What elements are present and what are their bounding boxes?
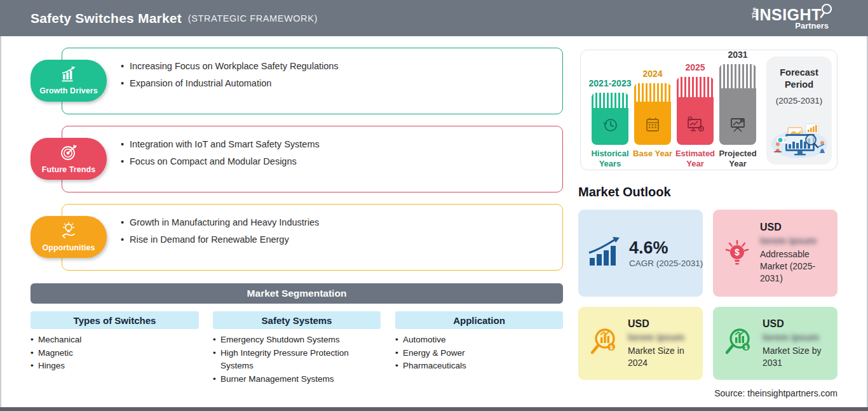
target-icon xyxy=(59,144,78,164)
bullet-item: Growth in Manufacturing and Heavy Indust… xyxy=(121,216,319,233)
bar-stripes xyxy=(719,64,756,88)
segment-list-application: Automotive Energy & Power Pharmaceutical… xyxy=(395,334,563,373)
segment-column-header-application: Application xyxy=(395,311,563,329)
future-trends-bullets: Integration with IoT and Smart Safety Sy… xyxy=(121,138,320,172)
year-label: 2024 xyxy=(642,69,662,79)
list-item: Energy & Power xyxy=(395,347,563,360)
market-segmentation-header: Market Segmentation xyxy=(31,283,563,304)
opportunities-badge: Opportunities xyxy=(31,216,107,258)
blurred-value: lorem ipsum xyxy=(760,235,831,246)
bullet-item: Integration with IoT and Smart Safety Sy… xyxy=(121,138,320,155)
bar-caption: Base Year xyxy=(630,149,675,159)
card-description: Market Size by 2031 xyxy=(763,345,831,369)
bulb-dollar-icon: $ xyxy=(722,234,752,273)
opportunities-label: Opportunities xyxy=(42,243,95,252)
currency-label: USD xyxy=(760,222,831,233)
growth-chart-icon xyxy=(59,66,78,85)
magnifier-icon xyxy=(818,3,835,22)
list-item: Automotive xyxy=(395,334,563,347)
forecast-illustration xyxy=(769,119,829,162)
blurred-value: lorem ipsum xyxy=(763,332,831,342)
cagr-label: CAGR (2025-2031) xyxy=(629,259,703,268)
forecast-period-line2: Period xyxy=(766,79,832,91)
bullet-item: Focus on Compact and Modular Designs xyxy=(121,155,320,172)
svg-text:$: $ xyxy=(610,344,613,350)
svg-text:$: $ xyxy=(745,344,748,350)
list-item: High Integrity Pressure Protection Syste… xyxy=(213,347,381,373)
bar-caption: Estimated Year xyxy=(672,149,718,168)
header-bar: Safety Switches Market (STRATEGIC FRAMEW… xyxy=(0,0,868,36)
page-title: Safety Switches Market xyxy=(31,11,182,26)
market-segmentation-title: Market Segmentation xyxy=(247,288,347,299)
year-label: 2031 xyxy=(728,50,747,60)
bar-caption: Projected Year xyxy=(715,149,761,168)
opportunities-bullets: Growth in Manufacturing and Heavy Indust… xyxy=(121,216,319,250)
timeline-card: 2021-2023 Historical Years 2024 xyxy=(580,50,837,170)
segment-list-types: Mechanical Magnetic Hinges xyxy=(31,334,199,373)
idea-hand-icon xyxy=(59,222,78,242)
currency-label: USD xyxy=(763,318,831,330)
forecast-period-line1: Forecast xyxy=(766,67,832,79)
list-item: Magnetic xyxy=(31,347,199,360)
magnifier-chart-icon: $ xyxy=(587,326,620,361)
calendar-icon xyxy=(643,116,662,137)
magnifier-chart-icon: $ xyxy=(722,326,755,361)
card-description: Addressable Market (2025-2031) xyxy=(760,248,831,285)
insight-partners-logo: The INSIGHT Partners xyxy=(750,4,832,32)
market-size-2024-card: $ USD lorem ipsum Market Size in 2024 xyxy=(578,307,703,380)
growth-drivers-label: Growth Drivers xyxy=(39,86,98,95)
growth-drivers-bullets: Increasing Focus on Workplace Safety Reg… xyxy=(121,60,339,94)
blurred-value: lorem ipsum xyxy=(628,332,696,342)
future-trends-badge: Future Trends xyxy=(31,138,107,180)
bar-estimated xyxy=(677,77,714,145)
logo-partners-text: Partners xyxy=(795,21,829,30)
bullet-item: Increasing Focus on Workplace Safety Reg… xyxy=(121,60,339,77)
monitor-gear-icon xyxy=(685,116,705,137)
addressable-market-card: $ USD lorem ipsum Addressable Market (20… xyxy=(713,210,837,297)
bar-caption: Historical Years xyxy=(587,149,633,168)
list-item: Mechanical xyxy=(31,334,199,347)
bullet-item: Expansion of Industrial Automation xyxy=(121,77,339,94)
bar-historical xyxy=(592,93,628,145)
list-item: Burner Management Systems xyxy=(213,373,381,386)
currency-label: USD xyxy=(628,318,696,330)
segment-list-systems: Emergency Shutdown Systems High Integrit… xyxy=(213,334,381,386)
market-size-2031-card: $ USD lorem ipsum Market Size by 2031 xyxy=(713,307,837,380)
forecast-period-panel: Forecast Period (2025-2031) xyxy=(766,57,832,165)
cagr-card: 4.6% CAGR (2025-2031) xyxy=(578,210,703,297)
growth-drivers-badge: Growth Drivers xyxy=(31,60,107,102)
bar-stripes xyxy=(677,77,714,97)
bar-stripes xyxy=(634,83,671,102)
cagr-value: 4.6% xyxy=(629,238,703,257)
future-trends-label: Future Trends xyxy=(42,165,96,174)
segment-column-header-types: Types of Switches xyxy=(31,311,199,329)
bar-base xyxy=(634,83,671,145)
source-attribution: Source: theinsightpartners.com xyxy=(714,388,837,398)
bar-projected xyxy=(719,64,756,145)
list-item: Pharmaceuticals xyxy=(395,360,563,373)
list-item: Hinges xyxy=(31,360,199,373)
bar-stripes xyxy=(592,93,628,108)
market-outlook-title: Market Outlook xyxy=(578,185,671,199)
card-description: Market Size in 2024 xyxy=(628,345,696,369)
bottom-border-bar xyxy=(0,407,868,411)
bar-chart-arrow-icon xyxy=(587,236,621,271)
year-label: 2021-2023 xyxy=(589,78,632,88)
year-label: 2025 xyxy=(685,62,705,72)
forecast-period-range: (2025-2031) xyxy=(766,96,832,105)
presentation-chart-icon xyxy=(728,116,748,137)
list-item: Emergency Shutdown Systems xyxy=(213,334,381,347)
infographic-stage: Safety Switches Market (STRATEGIC FRAMEW… xyxy=(0,0,868,411)
bullet-item: Rise in Demand for Renewable Energy xyxy=(121,233,319,250)
segment-column-header-systems: Safety Systems xyxy=(213,311,381,329)
clock-history-icon xyxy=(600,116,620,137)
page-subtitle: (STRATEGIC FRAMEWORK) xyxy=(188,13,318,24)
svg-text:$: $ xyxy=(735,247,740,257)
